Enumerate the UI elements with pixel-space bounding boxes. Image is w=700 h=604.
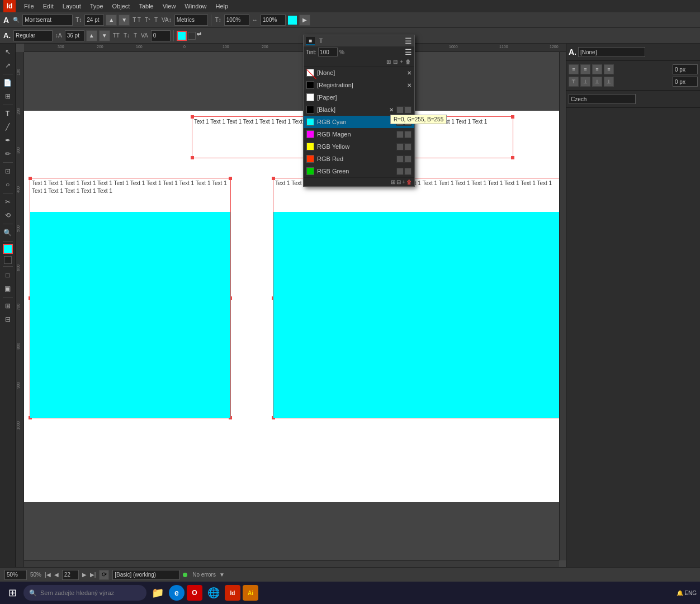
leading-down[interactable]: ▼	[99, 30, 110, 41]
menu-view[interactable]: View	[159, 2, 180, 11]
hscale-input[interactable]	[261, 15, 286, 26]
x-icon-black[interactable]: ✕	[389, 107, 394, 113]
color-item-none[interactable]: [None] ✕	[304, 67, 414, 79]
style-input-bottom[interactable]	[112, 570, 179, 580]
align-justify2[interactable]: ⊥	[604, 77, 614, 87]
frame-bottom-right[interactable]: Text 1 Text 1 Text 1 Text 1 Text 1 Text …	[273, 178, 566, 418]
panel-menu-icon[interactable]: ☰	[405, 36, 412, 45]
new-gradient-icon[interactable]: ⊟	[393, 59, 398, 65]
tool-layers[interactable]: ⊟	[2, 313, 14, 325]
fill-color-btn[interactable]	[3, 244, 13, 254]
tool-pen[interactable]: ✒	[2, 134, 14, 147]
scale-input[interactable]	[224, 15, 249, 26]
tool-transform[interactable]: ⟲	[2, 209, 14, 221]
page-input[interactable]	[62, 570, 79, 580]
font-size-input[interactable]	[84, 15, 104, 26]
taskbar-chrome[interactable]: 🌐	[205, 584, 223, 602]
errors-dropdown[interactable]: ▼	[219, 572, 225, 578]
yellow-icon2[interactable]	[404, 143, 412, 150]
tool-scissors[interactable]: ✂	[2, 196, 14, 208]
color-item-rgb-cyan[interactable]: RGB Cyan R=0, G=255, B=255	[304, 116, 414, 128]
style-input[interactable]	[13, 30, 53, 41]
stroke-swatch[interactable]	[188, 32, 196, 40]
x-icon-registration[interactable]: ✕	[407, 82, 412, 88]
tool-direct-select[interactable]: ↗	[2, 59, 14, 72]
yellow-icon1[interactable]	[396, 143, 404, 150]
black-icon2[interactable]	[404, 106, 412, 114]
menu-layout[interactable]: Layout	[59, 2, 85, 11]
x-icon-none[interactable]: ✕	[407, 70, 412, 76]
scrollbar-vertical[interactable]	[559, 52, 566, 560]
bottom-icon-2[interactable]: ⊟	[396, 179, 401, 185]
align-left[interactable]: ≡	[569, 64, 579, 74]
bottom-icon-3[interactable]: +	[402, 179, 405, 185]
align-middle[interactable]: ⊥	[580, 77, 590, 87]
para-style-input[interactable]	[578, 47, 645, 57]
green-icon1[interactable]	[396, 168, 404, 175]
new-mixed-icon[interactable]: ⊞	[386, 59, 391, 65]
color-item-rgb-green[interactable]: RGB Green	[304, 165, 414, 177]
preflight-icon[interactable]: ⟳	[99, 570, 109, 580]
magenta-icon2[interactable]	[404, 131, 412, 138]
page-nav-prev-prev[interactable]: |◀	[45, 572, 51, 578]
color-item-rgb-yellow[interactable]: RGB Yellow	[304, 140, 414, 153]
new-color-icon[interactable]: +	[400, 59, 403, 65]
tint-input[interactable]	[318, 48, 338, 56]
tool-zoom[interactable]: 🔍	[2, 226, 14, 239]
tool-text[interactable]: T	[2, 107, 14, 120]
red-icon2[interactable]	[404, 155, 412, 163]
px-input-1[interactable]	[673, 64, 698, 74]
taskbar-edge[interactable]: e	[169, 585, 185, 601]
font-size-up[interactable]: ▲	[106, 15, 117, 26]
color-options[interactable]: ▶	[299, 15, 310, 26]
menu-file[interactable]: File	[20, 2, 38, 11]
delete-color-icon[interactable]: 🗑	[405, 59, 411, 65]
tint-options[interactable]: ☰	[405, 48, 412, 56]
leading-up[interactable]: ▲	[86, 30, 97, 41]
taskbar-illustrator[interactable]: Ai	[243, 585, 258, 601]
tool-preview-mode[interactable]: ▣	[2, 282, 14, 295]
align-top[interactable]: ⊤	[569, 77, 579, 87]
align-bottom[interactable]: ⊥	[592, 77, 602, 87]
taskbar-search-box[interactable]: 🔍 Sem zadejte hledaný výraz	[23, 585, 146, 601]
frame-bottom-left[interactable]: Text 1 Text 1 Text 1 Text 1 Text 1 Text …	[30, 178, 231, 418]
start-button[interactable]: ⊞	[3, 584, 21, 602]
taskbar-office[interactable]: O	[187, 585, 202, 601]
menu-object[interactable]: Object	[108, 2, 134, 11]
page-nav-next[interactable]: ▶	[82, 572, 87, 578]
tool-page[interactable]: 📄	[2, 77, 14, 89]
page-nav-next-next[interactable]: ▶|	[90, 572, 96, 578]
menu-table[interactable]: Table	[135, 2, 157, 11]
tool-pencil[interactable]: ✏	[2, 148, 14, 160]
font-size-down[interactable]: ▼	[119, 15, 130, 26]
lang-input[interactable]	[569, 94, 636, 104]
menu-help[interactable]: Help	[211, 2, 232, 11]
swatch-tab-text[interactable]: T	[316, 37, 325, 45]
menu-type[interactable]: Type	[86, 2, 107, 11]
green-icon2[interactable]	[404, 168, 412, 175]
zoom-input[interactable]	[4, 570, 27, 580]
scrollbar-horizontal[interactable]	[24, 560, 559, 567]
color-item-paper[interactable]: [Paper]	[304, 91, 414, 103]
font-name-input[interactable]	[22, 15, 73, 26]
bottom-icon-delete[interactable]: 🗑	[406, 179, 412, 185]
swatch-tab-fill[interactable]: ■	[306, 37, 315, 45]
swap-icon[interactable]: ⇄	[197, 31, 201, 41]
baseline-input[interactable]	[151, 30, 171, 41]
tool-normal-mode[interactable]: □	[2, 269, 14, 281]
tool-frame-grid[interactable]: ⊞	[2, 300, 14, 312]
menu-window[interactable]: Window	[181, 2, 210, 11]
black-icon1[interactable]	[396, 106, 404, 114]
stroke-color-btn[interactable]	[4, 256, 12, 264]
align-center[interactable]: ≡	[580, 64, 590, 74]
taskbar-file-explorer[interactable]: 📁	[149, 584, 167, 602]
tool-line[interactable]: ╱	[2, 121, 14, 133]
align-right[interactable]: ≡	[592, 64, 602, 74]
tool-select-arrow[interactable]: ↖	[2, 46, 14, 58]
leading-input[interactable]	[65, 30, 84, 41]
color-item-registration[interactable]: [Registration] ✕	[304, 79, 414, 91]
color-item-rgb-red[interactable]: RGB Red	[304, 153, 414, 165]
color-item-black[interactable]: [Black] ✕	[304, 103, 414, 116]
red-icon1[interactable]	[396, 155, 404, 163]
tool-gap[interactable]: ⊞	[2, 90, 14, 102]
